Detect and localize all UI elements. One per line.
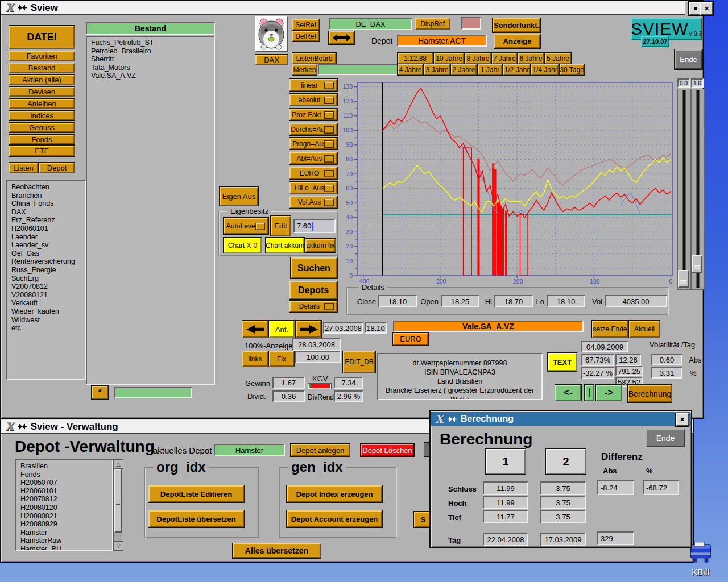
depot-list-scrollbar[interactable]: △ ▽ — [113, 459, 122, 551]
list-item[interactable]: Hamster_RU — [20, 545, 112, 551]
akkum-fix-button[interactable]: akkum fix — [305, 239, 336, 252]
scroll-down-button[interactable]: ▽ — [113, 541, 123, 551]
depots-button[interactable]: Depots — [289, 281, 337, 299]
sidebar-item-aktien-alle-[interactable]: Aktien (alle) — [9, 75, 75, 85]
list-item[interactable]: Fuchs_Petrolub_ST — [91, 39, 214, 47]
period-button[interactable]: 2 Jahre — [451, 64, 477, 75]
list-item[interactable]: Verkauft — [11, 299, 85, 307]
list-item[interactable]: Rentenversicherung — [11, 257, 85, 266]
toggle-absolut[interactable]: absolut — [289, 94, 337, 106]
period-button[interactable]: 1.12.88 — [398, 53, 433, 64]
list-item[interactable]: H20080929 — [20, 520, 112, 529]
listenbearb-button[interactable]: ListenBearb — [292, 53, 336, 64]
period-button[interactable]: 5 Jahre — [545, 53, 571, 64]
berechnung-close-button[interactable]: ✕ — [676, 413, 689, 426]
list-item[interactable]: China_Fonds — [11, 199, 85, 208]
berechnung-button[interactable]: Berechnung — [628, 385, 672, 402]
list-item[interactable]: Oel_Gas — [11, 250, 85, 258]
list-item[interactable]: Branchen — [11, 192, 85, 200]
toggle-linear[interactable]: linear — [289, 79, 337, 91]
text-button[interactable]: TEXT — [548, 353, 577, 371]
sonderfunkt-button[interactable]: Sonderfunkt. — [493, 18, 540, 32]
sidebar-item-bestand[interactable]: Bestand — [9, 63, 75, 73]
period-button[interactable]: 7 Jahre — [492, 53, 517, 64]
close-button[interactable]: ✕ — [700, 2, 713, 15]
alles-uebersetzen-button[interactable]: Alles übersetzen — [233, 543, 321, 558]
toggle-vol-aus[interactable]: Vol.Aus — [289, 196, 337, 208]
aktuell-button[interactable]: Aktuell — [629, 321, 660, 338]
scrollbar-thumb[interactable] — [114, 469, 122, 533]
nav-prev-button[interactable]: <- — [555, 385, 581, 401]
period-button[interactable]: 3 Jahre — [424, 64, 450, 75]
edit-button[interactable]: Edit — [271, 216, 291, 236]
list-item[interactable]: Vale.SA_A.VZ — [91, 72, 214, 80]
star-button[interactable]: * — [92, 386, 108, 399]
column2-button[interactable]: 2 — [546, 449, 586, 474]
list-item[interactable]: Beobachten — [11, 183, 85, 192]
suchen-button[interactable]: Suchen — [291, 257, 337, 278]
sidebar-item-anleihen[interactable]: Anleihen — [9, 99, 75, 109]
level-input[interactable]: 7.60 — [293, 219, 336, 233]
toggle-proz-fakt-1[interactable]: Proz.Fakt 1 — [289, 109, 337, 120]
euro-button[interactable]: EURO — [393, 333, 428, 345]
berechnung-ende-button[interactable]: Ende — [646, 429, 685, 447]
list-item[interactable]: V20070812 — [11, 282, 85, 291]
period-button[interactable]: 6 Jahre — [518, 53, 544, 64]
depot-listbox[interactable]: BrasilienFondsH20050707H20060101H2007081… — [15, 459, 113, 551]
list-item[interactable]: Wildwest — [11, 316, 85, 325]
column1-button[interactable]: 1 — [486, 449, 526, 474]
dispref-button[interactable]: DispRef — [415, 18, 450, 30]
sidebar-item-indices[interactable]: Indices — [9, 111, 75, 120]
list-item[interactable]: Tata_Motors — [91, 64, 214, 72]
berechnung-titlebar[interactable]: X Berechnung ✕ — [431, 412, 690, 426]
depot-anlegen-button[interactable]: Depot anlegen — [291, 444, 350, 456]
list-item[interactable]: H20080120 — [20, 504, 112, 512]
sidebar-item-etf[interactable]: ETF — [9, 146, 75, 156]
period-button[interactable]: 10 Jahre — [434, 53, 464, 64]
setref-button[interactable]: SetRef — [292, 19, 319, 30]
toggle-euro[interactable]: EURO — [289, 167, 337, 179]
details-toggle-button[interactable]: Details — [289, 301, 337, 312]
setze-ende-button[interactable]: setze Ende — [592, 321, 628, 338]
gen-idx-button[interactable]: Depot Account erzeugen — [287, 510, 382, 527]
main-titlebar[interactable]: X Sview — [1, 1, 685, 15]
period-button[interactable]: 1 Jahr — [478, 64, 502, 75]
period-button[interactable]: 1/2 Jahr — [503, 64, 530, 75]
list-item[interactable]: Erz_Referenz — [11, 216, 85, 225]
sidebar-item-fonds[interactable]: Fonds — [9, 135, 75, 144]
merken-button[interactable]: Merken — [292, 64, 317, 75]
scale-slider-left[interactable] — [677, 89, 691, 290]
list-item[interactable]: etc — [11, 324, 85, 332]
list-item[interactable]: Brasilien — [20, 462, 112, 471]
period-button[interactable]: 4 Jahre — [398, 64, 423, 75]
period-button[interactable]: 8 Jahre — [465, 53, 491, 64]
list-item[interactable]: Petroleo_Brasileiro — [91, 47, 214, 56]
delref-button[interactable]: DelRef — [292, 31, 319, 41]
list-item[interactable]: H20060101 — [11, 225, 85, 233]
slider-right-handle[interactable] — [692, 255, 702, 273]
list-item[interactable]: Laender_sv — [11, 241, 85, 250]
list-item[interactable]: DAX — [11, 208, 85, 217]
bestand-listbox[interactable]: Fuchs_Petrolub_STPetroleo_BrasileiroSher… — [86, 36, 215, 385]
list-item[interactable]: H20080821 — [20, 512, 112, 521]
list-item[interactable]: Sherritt — [91, 55, 214, 64]
dax-button[interactable]: DAX — [255, 55, 288, 65]
period-button[interactable]: 1/4 Jahr — [531, 64, 559, 75]
list-item[interactable]: Wieder_kaufen — [11, 307, 85, 316]
step-back-button[interactable] — [242, 321, 268, 338]
sidebar-item-genuss[interactable]: Genuss — [9, 123, 75, 132]
autolevel-button[interactable]: AutoLevel — [224, 218, 268, 234]
nav-next-button[interactable]: -> — [596, 385, 622, 401]
swap-reference-button[interactable] — [329, 31, 354, 44]
list-item[interactable]: HamsterRaw — [20, 537, 112, 545]
datei-button[interactable]: DATEI — [9, 26, 75, 49]
list-item[interactable]: H20050707 — [20, 479, 112, 487]
toggle-hilo-aus[interactable]: HiLo_Aus — [289, 182, 337, 194]
period-button[interactable]: 30 Tage — [560, 64, 584, 75]
list-item[interactable]: H20060101 — [20, 487, 112, 496]
org-idx-button[interactable]: DepotListe übersetzen — [148, 510, 244, 527]
sidebar-item-favoriten[interactable]: Favoriten — [9, 51, 75, 61]
slider-left-handle[interactable] — [678, 270, 689, 288]
list-item[interactable]: Laender — [11, 233, 85, 242]
listen-button[interactable]: Listen — [9, 163, 38, 173]
